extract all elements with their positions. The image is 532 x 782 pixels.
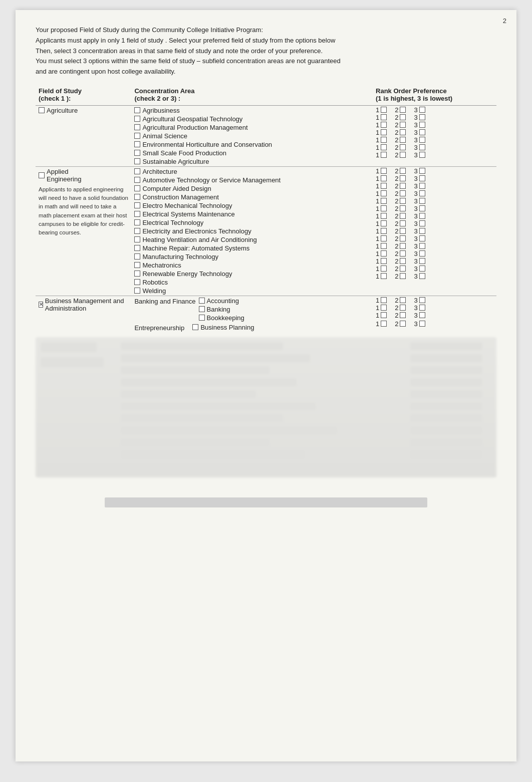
ae-rank1-r15[interactable] [381, 273, 387, 279]
bm-rank2-r4[interactable] [400, 321, 406, 327]
ae-rank2-r1[interactable] [400, 168, 406, 174]
ae-rank1-r13[interactable] [381, 258, 387, 264]
ag-rank1-r7[interactable] [381, 152, 387, 158]
agriculture-checkbox[interactable] [39, 107, 45, 113]
ae-rank2-r10[interactable] [400, 235, 406, 241]
ag-geospatial-checkbox[interactable] [134, 116, 140, 122]
ae-rank2-r8[interactable] [400, 220, 406, 226]
ae-rank3-r5[interactable] [419, 198, 425, 204]
cad-checkbox[interactable] [134, 185, 140, 191]
ae-rank1-r8[interactable] [381, 220, 387, 226]
ag-rank2-r4[interactable] [400, 129, 406, 135]
bm-rank1-r2[interactable] [381, 305, 387, 311]
ae-rank3-r2[interactable] [419, 175, 425, 181]
ae-rank3-r1[interactable] [419, 168, 425, 174]
bm-rank3-r1[interactable] [419, 297, 425, 303]
ae-rank2-r13[interactable] [400, 258, 406, 264]
business-management-checkbox[interactable] [39, 302, 43, 308]
ag-rank3-r1[interactable] [419, 107, 425, 113]
ag-production-checkbox[interactable] [134, 124, 140, 130]
electro-mechanical-checkbox[interactable] [134, 202, 140, 208]
sustainable-ag-checkbox[interactable] [134, 158, 140, 164]
ae-rank2-r4[interactable] [400, 190, 406, 196]
ag-rank3-r4[interactable] [419, 129, 425, 135]
accounting-checkbox[interactable] [199, 298, 205, 304]
renewable-energy-checkbox[interactable] [134, 271, 140, 277]
ae-rank3-r14[interactable] [419, 266, 425, 272]
ae-rank2-r12[interactable] [400, 250, 406, 256]
ae-rank1-r5[interactable] [381, 198, 387, 204]
ae-rank3-r8[interactable] [419, 220, 425, 226]
ae-rank3-r4[interactable] [419, 190, 425, 196]
ag-rank2-r5[interactable] [400, 137, 406, 143]
ag-rank1-r6[interactable] [381, 144, 387, 150]
applied-engineering-checkbox[interactable] [39, 172, 45, 178]
env-horticulture-checkbox[interactable] [134, 141, 140, 147]
ag-rank1-r1[interactable] [381, 107, 387, 113]
construction-checkbox[interactable] [134, 194, 140, 200]
ag-rank3-r5[interactable] [419, 137, 425, 143]
ae-rank1-r3[interactable] [381, 183, 387, 189]
ae-rank1-r12[interactable] [381, 250, 387, 256]
electrical-tech-checkbox[interactable] [134, 219, 140, 225]
ae-rank1-r11[interactable] [381, 243, 387, 249]
ag-rank1-r2[interactable] [381, 114, 387, 120]
ae-rank2-r3[interactable] [400, 183, 406, 189]
ae-rank3-r10[interactable] [419, 235, 425, 241]
ae-rank1-r1[interactable] [381, 168, 387, 174]
bm-rank2-r3[interactable] [400, 312, 406, 318]
ag-rank1-r4[interactable] [381, 129, 387, 135]
ag-rank3-r3[interactable] [419, 122, 425, 128]
hvac-checkbox[interactable] [134, 236, 140, 242]
ae-rank3-r9[interactable] [419, 228, 425, 234]
ae-rank1-r7[interactable] [381, 213, 387, 219]
bm-rank3-r2[interactable] [419, 305, 425, 311]
ae-rank2-r11[interactable] [400, 243, 406, 249]
ae-rank2-r15[interactable] [400, 273, 406, 279]
ae-rank3-r15[interactable] [419, 273, 425, 279]
bm-rank1-r4[interactable] [381, 321, 387, 327]
ae-rank3-r7[interactable] [419, 213, 425, 219]
agribusiness-checkbox[interactable] [134, 107, 140, 113]
electricity-electronics-checkbox[interactable] [134, 228, 140, 234]
bm-rank2-r1[interactable] [400, 297, 406, 303]
ag-rank3-r6[interactable] [419, 144, 425, 150]
ag-rank1-r3[interactable] [381, 122, 387, 128]
ae-rank2-r9[interactable] [400, 228, 406, 234]
ae-rank2-r6[interactable] [400, 205, 406, 211]
automotive-checkbox[interactable] [134, 177, 140, 183]
electrical-systems-checkbox[interactable] [134, 211, 140, 217]
ae-rank2-r7[interactable] [400, 213, 406, 219]
ae-rank1-r10[interactable] [381, 235, 387, 241]
bm-rank3-r3[interactable] [419, 312, 425, 318]
small-scale-food-checkbox[interactable] [134, 150, 140, 156]
ae-rank3-r3[interactable] [419, 183, 425, 189]
bm-rank2-r2[interactable] [400, 305, 406, 311]
mechatronics-checkbox[interactable] [134, 262, 140, 268]
ae-rank1-r2[interactable] [381, 175, 387, 181]
ag-rank3-r7[interactable] [419, 152, 425, 158]
ag-rank2-r1[interactable] [400, 107, 406, 113]
ae-rank2-r14[interactable] [400, 266, 406, 272]
architecture-checkbox[interactable] [134, 168, 140, 174]
ag-rank2-r3[interactable] [400, 122, 406, 128]
welding-checkbox[interactable] [134, 288, 140, 294]
robotics-checkbox[interactable] [134, 279, 140, 285]
ae-rank1-r6[interactable] [381, 205, 387, 211]
ae-rank3-r11[interactable] [419, 243, 425, 249]
ae-rank2-r2[interactable] [400, 175, 406, 181]
ae-rank3-r13[interactable] [419, 258, 425, 264]
manufacturing-checkbox[interactable] [134, 253, 140, 259]
ae-rank1-r14[interactable] [381, 266, 387, 272]
bm-rank1-r1[interactable] [381, 297, 387, 303]
ag-rank3-r2[interactable] [419, 114, 425, 120]
machine-repair-checkbox[interactable] [134, 245, 140, 251]
bm-rank3-r4[interactable] [419, 321, 425, 327]
ag-rank2-r2[interactable] [400, 114, 406, 120]
ae-rank1-r9[interactable] [381, 228, 387, 234]
animal-science-checkbox[interactable] [134, 133, 140, 139]
ae-rank3-r6[interactable] [419, 205, 425, 211]
banking-checkbox[interactable] [199, 306, 205, 312]
business-planning-checkbox[interactable] [192, 324, 198, 330]
ag-rank1-r5[interactable] [381, 137, 387, 143]
